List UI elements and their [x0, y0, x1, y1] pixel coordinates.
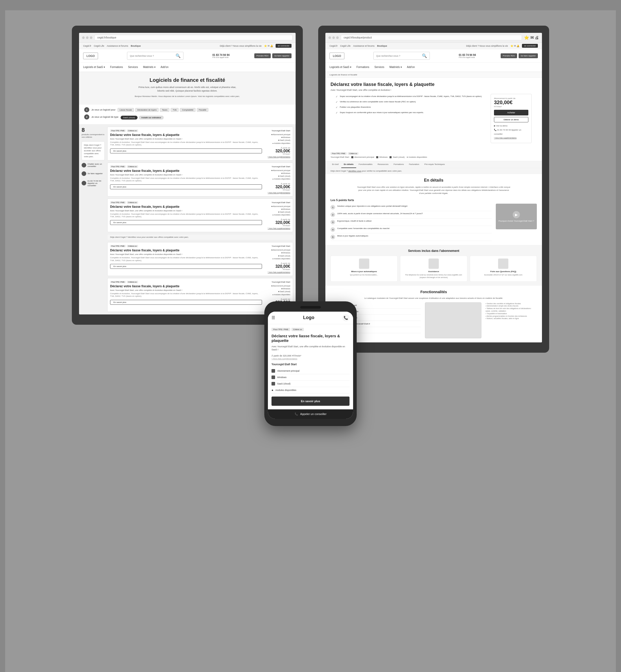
- search-input-left[interactable]: [130, 55, 175, 57]
- pricing-actions: ▶ Voir la démo 📞 01 83 74 94 94 Appeler …: [494, 124, 528, 140]
- topnav-cegid[interactable]: Cegid.fr: [83, 45, 91, 47]
- cinq-item-4: 4 Compatible avec l'ensemble des comptab…: [331, 226, 492, 233]
- nav-formations-r[interactable]: Formations: [357, 64, 369, 70]
- toggle-install[interactable]: Installé sur ordinateur: [139, 116, 164, 120]
- mobile-screen: ☰ Logo 📞 Pour TPE / PME Critère xx Décla…: [268, 312, 353, 419]
- search-bar-right[interactable]: 🔍: [373, 52, 430, 60]
- mobile-tag-critere: Critère xx: [291, 328, 304, 331]
- pricing-features-3: ■ Abonnement principal■ Windows■ SaaS (c…: [264, 205, 290, 217]
- cinq-text-2: 100% web, accès à partir d'une simple co…: [337, 212, 423, 215]
- video-placeholder[interactable]: ▶ Pourquoi choisir Yourcegid Etafi Start…: [496, 204, 537, 229]
- nav-addon[interactable]: Add'on: [161, 64, 169, 70]
- topnav-assistance-r[interactable]: Assistance et forums: [353, 45, 375, 47]
- se-faire-rappeler-btn-r[interactable]: Se faire rappeler: [519, 53, 538, 58]
- service-card-2: Assistance Par téléphone Du lundi au ven…: [400, 256, 467, 282]
- nav-logiciels-r[interactable]: Logiciels et SaaS ▾: [330, 64, 351, 70]
- nav-materiels[interactable]: Matériels ▾: [143, 64, 155, 70]
- tag-tpe-5: Pour TPE / PME: [110, 281, 126, 283]
- watch-demo-btn[interactable]: ▶ Voir la démo: [494, 124, 528, 128]
- topnav-cegid-r[interactable]: Cegid.fr: [330, 45, 338, 47]
- product-btn-4[interactable]: En savoir plus: [110, 264, 262, 269]
- product-btn-1[interactable]: En savoir plus: [110, 148, 262, 153]
- chip-liasse[interactable]: Liasse fiscale: [118, 108, 134, 112]
- se-faire-rappeler-btn[interactable]: Se faire rappeler: [272, 53, 291, 58]
- chip-loyers[interactable]: Déclaration de loyers: [135, 108, 159, 112]
- browser-dot-yellow: [86, 36, 88, 39]
- page2-info-chips: Yourcegid Etafi Start Abonnement princip…: [325, 155, 542, 161]
- tab-facturation[interactable]: Facturation: [407, 161, 422, 168]
- topnav-boutique-r[interactable]: Boutique: [377, 45, 387, 47]
- nav-formations[interactable]: Formations: [110, 64, 123, 70]
- tab-fonctionnalites[interactable]: Fonctionnalités: [356, 161, 375, 168]
- product-pricing-1: Yourcegid Etafi Start ■ Abonnement princ…: [264, 130, 290, 158]
- pricing-name-5: Yourcegid Etafi Start: [264, 281, 290, 283]
- sidebar-chat[interactable]: Chatter avec un conseiller: [82, 161, 105, 169]
- topnav-boutique[interactable]: Boutique: [131, 45, 141, 47]
- sidebar-appel[interactable]: 01 83 74 94 94 Appeler un conseiller: [82, 178, 105, 188]
- product-main-2: Pour TPE / PME Critères xx Déclarez votr…: [110, 166, 262, 194]
- mobile-price-note: * Hors frais supplémentaires: [272, 358, 349, 360]
- mobile-cta-btn[interactable]: En savoir plus: [272, 397, 349, 406]
- prendre-rdv-btn-r[interactable]: Prendre RDV: [501, 53, 517, 58]
- page1-hero-title: Logiciels de finance et fiscalité: [84, 77, 290, 83]
- chip-tva[interactable]: TVA: [171, 108, 178, 112]
- topnav-assistance[interactable]: Assistance et forums: [107, 45, 128, 47]
- chip-compta[interactable]: Comptabilité: [180, 108, 195, 112]
- tab-ressources[interactable]: Ressources: [375, 161, 391, 168]
- mobile-phone-icon[interactable]: 📞: [342, 314, 349, 321]
- mobile-call-btn[interactable]: 📞 Appeler un conseiller: [268, 409, 353, 419]
- chip-fisca[interactable]: Fiscalité: [197, 108, 208, 112]
- nav-addon-r[interactable]: Add'on: [407, 64, 415, 70]
- topnav-life-r[interactable]: Cegid Life: [340, 45, 351, 47]
- sidebar-rappel[interactable]: Se faire rappeler: [82, 170, 105, 177]
- browser-dots-right: [328, 36, 339, 39]
- product-tags-4: Pour TPE / PME Critères xx: [110, 245, 262, 247]
- hamburger-icon[interactable]: ☰: [272, 315, 275, 320]
- product-btn-2[interactable]: En savoir plus: [110, 184, 262, 189]
- prendre-rdv-btn[interactable]: Prendre RDV: [254, 53, 271, 58]
- pricing-box-from: Abonnement à partir de: [494, 97, 528, 99]
- nav-logiciels[interactable]: Logiciels et SaaS ▾: [83, 64, 105, 70]
- topnav-client-prompt-r: Déjà client ? Nous vous simplifions la v…: [466, 45, 508, 47]
- nav-services[interactable]: Services: [128, 64, 138, 70]
- service-card-1: Mises à jour automatiques Qui portent su…: [331, 256, 398, 282]
- signin-button-r[interactable]: se connecter: [522, 44, 538, 48]
- product-btn-3[interactable]: En savoir plus: [110, 220, 262, 225]
- tag-tpe-3: Pour TPE / PME: [110, 201, 126, 204]
- left-desktop-screen: cegid.fr/boutique Cegid.fr Cegid Life As…: [79, 33, 296, 314]
- browser-dot-yellow-r: [332, 36, 335, 39]
- tab-prerequis[interactable]: Pré-requis Techniques: [422, 161, 447, 168]
- cinq-num-2: 2: [331, 212, 335, 217]
- tab-enbref[interactable]: En bref: [330, 161, 341, 168]
- chip-etafi: Yourcegid Etafi Start: [331, 156, 349, 158]
- mobile-feature-3: SaaS (cloud): [272, 380, 349, 387]
- identify-link[interactable]: identifiez vous: [348, 170, 361, 172]
- cinq-num-1: 1: [331, 205, 335, 210]
- chip-taxes[interactable]: Taxes: [160, 108, 169, 112]
- nav-materiels-r[interactable]: Matériels ▾: [389, 64, 402, 70]
- filter-label-1: Je veux un logiciel pour: [91, 108, 116, 111]
- demo-btn[interactable]: Obtenir un démo: [494, 117, 528, 122]
- buy-btn[interactable]: Acheter: [494, 110, 528, 116]
- product-subtitle-5: Avec Yourcegid Etafi Start, une offre co…: [110, 289, 262, 292]
- modules-label: ● modules disponibles: [407, 156, 427, 158]
- play-button[interactable]: ▶: [513, 211, 520, 218]
- services-section: Services inclus dans l'abonnement Mises …: [325, 245, 542, 286]
- tab-formations[interactable]: Formations: [391, 161, 407, 168]
- toggle-saas[interactable]: SaaS (cloud): [121, 116, 137, 120]
- search-input-right[interactable]: [376, 55, 422, 57]
- nav-services-r[interactable]: Services: [374, 64, 384, 70]
- pricing-features-2: ■ Abonnement principal■ Windows■ SaaS (c…: [264, 169, 290, 181]
- feature-item-4: ✓ Soyez toujours en conformité grâce aux…: [336, 110, 487, 116]
- mobile-feature-label-3: SaaS (cloud): [277, 383, 290, 385]
- logo-left: LOGO: [83, 53, 98, 59]
- signin-button[interactable]: se connecter: [276, 44, 291, 48]
- detail-section: En détails Yourcegid Etafi Start vous of…: [325, 174, 542, 245]
- search-bar-left[interactable]: 🔍: [127, 52, 183, 60]
- results-list: Pour TPE / PME Critères xx Déclarez votr…: [107, 127, 293, 312]
- cinq-item-3: 3 Ergonomique, intuitif et facile à util…: [331, 219, 492, 226]
- tab-endetails[interactable]: En détails: [341, 161, 356, 168]
- call-advisor-btn[interactable]: 📞 01 83 74 94 94 Appeler un conseiller: [494, 128, 528, 136]
- product-desc-4: Complète et évolutive, Yourcegid Etafi S…: [110, 257, 262, 262]
- topnav-life[interactable]: Cegid Life: [94, 45, 105, 47]
